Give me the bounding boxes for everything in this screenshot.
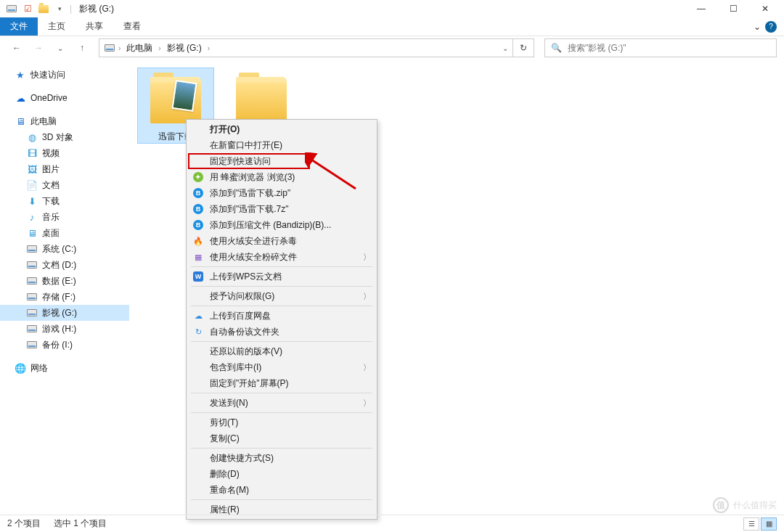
breadcrumb-drive[interactable]: 影视 (G:)	[164, 42, 205, 54]
ctx-label: 自动备份该文件夹	[210, 326, 279, 338]
ctx-huorong-shred[interactable]: ▦使用火绒安全粉碎文件〉	[188, 249, 375, 265]
sidebar-drive-e[interactable]: 数据 (E:)	[0, 273, 129, 289]
view-icons-button[interactable]: ▦	[761, 517, 777, 531]
search-input[interactable]: 🔍 搜索"影视 (G:)"	[544, 38, 777, 57]
drive-icon	[26, 323, 38, 335]
status-item-count: 2 个项目	[7, 517, 41, 530]
sync-icon: ↻	[192, 326, 204, 337]
context-menu: 打开(O) 在新窗口中打开(E) 固定到快速访问 ✦用 蜂蜜浏览器 浏览(3) …	[186, 119, 377, 520]
ctx-send-to[interactable]: 发送到(N)〉	[188, 395, 375, 411]
ctx-restore-version[interactable]: 还原以前的版本(V)	[188, 343, 375, 359]
sidebar-item-label: 存储 (F:)	[42, 291, 75, 303]
sidebar-item-label: 音乐	[42, 211, 60, 224]
ctx-wps-upload[interactable]: W上传到WPS云文档	[188, 269, 375, 285]
wps-icon: W	[192, 271, 204, 282]
ctx-honey-browser[interactable]: ✦用 蜂蜜浏览器 浏览(3)	[188, 169, 375, 185]
status-bar: 2 个项目 选中 1 个项目 ☰ ▦	[0, 515, 784, 532]
chevron-right-icon[interactable]: ›	[118, 44, 121, 52]
shield-icon: 🔥	[192, 235, 204, 247]
qat-dropdown-icon[interactable]: ▾	[54, 3, 65, 15]
history-dropdown-icon[interactable]: ⌄	[51, 38, 70, 57]
tab-home[interactable]: 主页	[38, 17, 75, 36]
sidebar-documents[interactable]: 📄文档	[0, 177, 129, 193]
ctx-label: 还原以前的版本(V)	[210, 345, 282, 358]
sidebar-item-label: 图片	[42, 163, 60, 176]
ctx-label: 重命名(M)	[210, 484, 249, 496]
ctx-rename[interactable]: 重命名(M)	[188, 482, 375, 498]
checkbox-icon[interactable]: ☑	[22, 3, 33, 15]
ctx-label: 用 蜂蜜浏览器 浏览(3)	[210, 171, 295, 184]
refresh-button[interactable]: ↻	[513, 38, 534, 57]
tab-share[interactable]: 共享	[75, 17, 113, 36]
ctx-bandizip[interactable]: B添加到压缩文件 (Bandizip)(B)...	[188, 217, 375, 233]
sidebar-downloads[interactable]: ⬇下载	[0, 193, 129, 209]
ctx-grant-access[interactable]: 授予访问权限(G)〉	[188, 288, 375, 304]
ctx-huorong-scan[interactable]: 🔥使用火绒安全进行杀毒	[188, 233, 375, 249]
ctx-baidu-upload[interactable]: ☁上传到百度网盘	[188, 308, 375, 324]
back-button[interactable]: ←	[7, 38, 26, 57]
help-icon[interactable]: ?	[765, 21, 777, 33]
minimize-button[interactable]: —	[685, 0, 717, 17]
up-button[interactable]: ↑	[73, 38, 91, 57]
sidebar-onedrive[interactable]: ☁OneDrive	[0, 90, 129, 106]
separator	[191, 499, 372, 500]
drive-icon	[26, 259, 38, 271]
sidebar-item-label: 视频	[42, 147, 60, 160]
ctx-label: 复制(C)	[210, 433, 240, 445]
tab-view[interactable]: 查看	[113, 17, 151, 36]
pc-icon: 🖥	[15, 115, 26, 127]
sidebar-music[interactable]: ♪音乐	[0, 209, 129, 225]
sidebar-item-label: OneDrive	[30, 93, 68, 103]
search-icon: 🔍	[551, 43, 562, 53]
sidebar-3dobjects[interactable]: ◍3D 对象	[0, 129, 129, 145]
network-icon: 🌐	[15, 362, 26, 374]
music-icon: ♪	[26, 211, 38, 223]
sidebar-drive-i[interactable]: 备份 (I:)	[0, 337, 129, 353]
chevron-right-icon[interactable]: ›	[208, 44, 210, 52]
sidebar-drive-g[interactable]: 影视 (G:)	[0, 305, 129, 321]
sidebar-item-label: 下载	[42, 195, 60, 208]
sidebar-network[interactable]: 🌐网络	[0, 360, 129, 376]
sidebar-drive-c[interactable]: 系统 (C:)	[0, 241, 129, 257]
ctx-copy[interactable]: 复制(C)	[188, 430, 375, 446]
sidebar-pictures[interactable]: 🖼图片	[0, 161, 129, 177]
ctx-add-zip[interactable]: B添加到"迅雷下载.zip"	[188, 185, 375, 201]
close-button[interactable]: ✕	[749, 0, 781, 17]
ctx-create-shortcut[interactable]: 创建快捷方式(S)	[188, 450, 375, 466]
sidebar-item-label: 数据 (E:)	[42, 275, 76, 287]
archive-icon: B	[192, 187, 204, 199]
ctx-delete[interactable]: 删除(D)	[188, 466, 375, 482]
ctx-label: 使用火绒安全粉碎文件	[210, 251, 297, 263]
view-details-button[interactable]: ☰	[743, 517, 759, 531]
address-dropdown-icon[interactable]: ⌄	[502, 44, 508, 52]
ctx-auto-backup[interactable]: ↻自动备份该文件夹	[188, 324, 375, 340]
chevron-right-icon[interactable]: ›	[158, 44, 160, 52]
sidebar-item-label: 3D 对象	[42, 131, 73, 144]
ctx-label: 发送到(N)	[210, 397, 248, 409]
address-bar[interactable]: › 此电脑 › 影视 (G:) › ⌄	[99, 38, 513, 57]
ctx-cut[interactable]: 剪切(T)	[188, 414, 375, 430]
chevron-right-icon: 〉	[363, 291, 371, 302]
ctx-label: 打开(O)	[210, 123, 240, 136]
sidebar-drive-h[interactable]: 游戏 (H:)	[0, 321, 129, 337]
sidebar-drive-d[interactable]: 文档 (D:)	[0, 257, 129, 273]
forward-button[interactable]: →	[29, 38, 48, 57]
ctx-include-library[interactable]: 包含到库中(I)〉	[188, 359, 375, 375]
sidebar-videos[interactable]: 🎞视频	[0, 145, 129, 161]
ctx-open-new-window[interactable]: 在新窗口中打开(E)	[188, 137, 375, 153]
breadcrumb-thispc[interactable]: 此电脑	[123, 42, 155, 54]
ctx-pin-start[interactable]: 固定到"开始"屏幕(P)	[188, 375, 375, 391]
sidebar-thispc[interactable]: 🖥此电脑	[0, 113, 129, 129]
sidebar-desktop[interactable]: 🖥桌面	[0, 225, 129, 241]
maximize-button[interactable]: ☐	[717, 0, 749, 17]
tab-file[interactable]: 文件	[0, 17, 38, 36]
window-controls: — ☐ ✕	[685, 0, 781, 17]
ctx-add-7z[interactable]: B添加到"迅雷下载.7z"	[188, 201, 375, 217]
ctx-pin-quick-access[interactable]: 固定到快速访问	[188, 153, 375, 169]
sidebar-drive-f[interactable]: 存储 (F:)	[0, 289, 129, 305]
sidebar-item-label: 影视 (G:)	[42, 307, 77, 319]
ribbon-expand-icon[interactable]: ⌄	[754, 22, 761, 32]
ctx-label: 属性(R)	[210, 504, 240, 516]
sidebar-quick-access[interactable]: ★快速访问	[0, 67, 129, 83]
ctx-open[interactable]: 打开(O)	[188, 121, 375, 137]
